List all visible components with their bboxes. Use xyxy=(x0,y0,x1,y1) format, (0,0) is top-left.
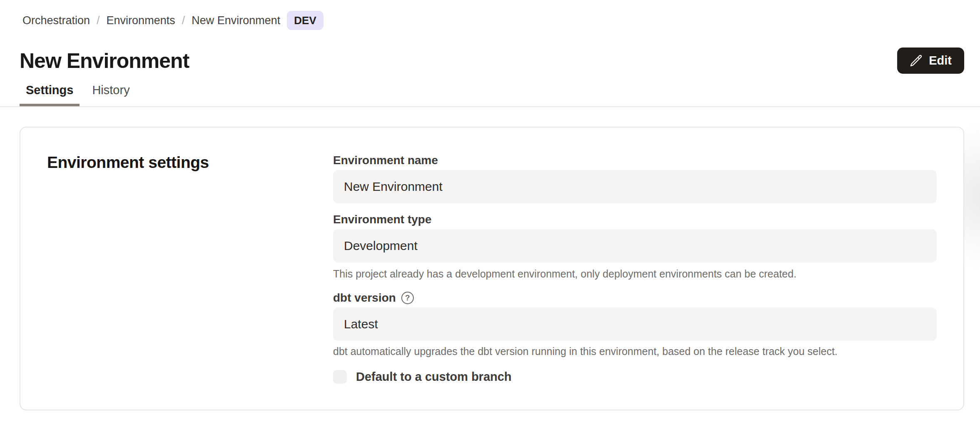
breadcrumb: Orchestration / Environments / New Envir… xyxy=(20,11,964,30)
field-environment-type: Environment type Development This projec… xyxy=(333,212,937,280)
pencil-icon xyxy=(910,54,923,67)
dbt-version-select[interactable]: Latest xyxy=(333,308,937,341)
section-heading: Environment settings xyxy=(47,153,333,172)
environment-name-label: Environment name xyxy=(333,153,937,168)
environment-name-input[interactable]: New Environment xyxy=(333,170,937,203)
edit-button-label: Edit xyxy=(929,54,952,68)
tab-bar: Settings History xyxy=(20,83,964,106)
environment-name-value: New Environment xyxy=(344,180,443,194)
environment-type-select[interactable]: Development xyxy=(333,229,937,262)
custom-branch-label: Default to a custom branch xyxy=(356,370,512,384)
breadcrumb-separator: / xyxy=(182,14,185,27)
custom-branch-row: Default to a custom branch xyxy=(333,370,937,384)
breadcrumb-item-orchestration[interactable]: Orchestration xyxy=(22,14,90,27)
environment-type-label: Environment type xyxy=(333,212,937,227)
environment-type-value: Development xyxy=(344,239,418,253)
environment-settings-form: Environment name New Environment Environ… xyxy=(333,153,937,384)
dbt-version-label: dbt version xyxy=(333,291,396,305)
custom-branch-checkbox[interactable] xyxy=(333,370,347,384)
tabs-divider xyxy=(0,106,980,107)
field-dbt-version: dbt version ? Latest dbt automatically u… xyxy=(333,291,937,358)
environment-type-helper-text: This project already has a development e… xyxy=(333,268,937,280)
tab-history[interactable]: History xyxy=(86,83,136,106)
help-icon[interactable]: ? xyxy=(401,292,414,304)
page-header: New Environment Edit xyxy=(20,48,964,74)
field-environment-name: Environment name New Environment xyxy=(333,153,937,203)
breadcrumb-separator: / xyxy=(97,14,100,27)
edit-button[interactable]: Edit xyxy=(897,48,964,74)
dbt-version-value: Latest xyxy=(344,317,378,331)
env-dev-badge: DEV xyxy=(287,11,323,30)
breadcrumb-item-new-environment[interactable]: New Environment xyxy=(192,14,280,27)
tab-settings[interactable]: Settings xyxy=(20,83,80,106)
environment-settings-card: Environment settings Environment name Ne… xyxy=(20,127,964,410)
breadcrumb-item-environments[interactable]: Environments xyxy=(107,14,175,27)
page: Orchestration / Environments / New Envir… xyxy=(0,11,980,410)
dbt-version-helper-text: dbt automatically upgrades the dbt versi… xyxy=(333,345,937,358)
page-title: New Environment xyxy=(20,49,189,73)
